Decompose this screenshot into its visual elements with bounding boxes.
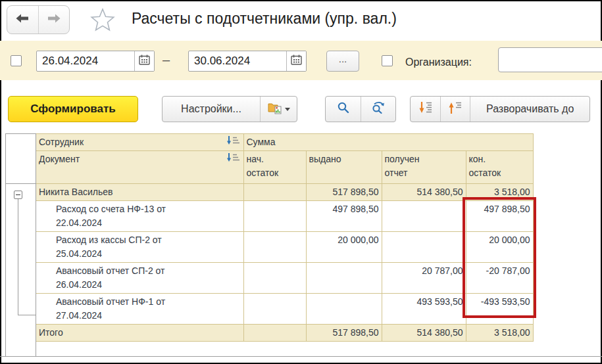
expand-all-icon	[418, 101, 433, 117]
table-row: Расход со счета НФ-13 от 22.04.2024 497 …	[36, 201, 533, 232]
organization-input[interactable]	[498, 47, 602, 72]
header-report-received: получен отчет	[382, 151, 466, 184]
cell-begin-balance[interactable]	[243, 201, 306, 232]
collapse-group-button[interactable]	[14, 191, 22, 199]
settings-group: Настройки...	[162, 96, 297, 122]
report-bottom-divider	[0, 356, 602, 357]
dropdown-caret-icon	[285, 108, 290, 111]
header-sum-group: Сумма	[243, 134, 533, 151]
cell-end-balance[interactable]: 3 518,00	[466, 325, 533, 342]
cell-report-received[interactable]: 493 593,50	[382, 294, 466, 325]
cell-report-received[interactable]: 514 380,50	[382, 325, 466, 342]
grouping-gutter	[5, 133, 36, 357]
calendar-icon	[291, 55, 302, 68]
report-variants-button[interactable]	[260, 97, 297, 122]
date-to-input[interactable]	[189, 51, 286, 71]
table-header-row-1: Сотрудник Сумма	[36, 134, 533, 151]
search-group	[325, 96, 396, 122]
cell-end-balance[interactable]: -20 787,00	[466, 263, 533, 294]
folder-report-icon	[268, 101, 282, 117]
organization-checkbox[interactable]	[382, 55, 393, 66]
search-button[interactable]	[326, 97, 361, 122]
cell-document[interactable]: Авансовый отчет СП-2 от 26.04.2024	[36, 263, 243, 294]
cell-begin-balance[interactable]	[243, 294, 306, 325]
cell-report-received[interactable]	[382, 201, 466, 232]
date-to-field	[188, 51, 307, 72]
cell-issued[interactable]	[306, 263, 382, 294]
header-issued: выдано	[306, 151, 382, 184]
table-header-row-2: Документ нач. остаток выдано получен отч…	[36, 151, 533, 184]
history-nav	[7, 5, 70, 34]
header-begin-balance: нач. остаток	[243, 151, 306, 184]
expand-group: Разворачивать до	[410, 96, 590, 122]
collapse-all-button[interactable]	[440, 97, 470, 122]
date-from-field	[36, 51, 155, 72]
table-row: Авансовый отчет НФ-1 от 27.04.2024 493 5…	[36, 294, 533, 325]
cell-employee[interactable]: Никита Васильев	[36, 184, 243, 201]
arrow-left-icon	[14, 12, 30, 27]
cell-begin-balance[interactable]	[243, 232, 306, 263]
settings-button[interactable]: Настройки...	[163, 97, 260, 122]
date-from-input[interactable]	[37, 51, 134, 71]
date-from-calendar-button[interactable]	[134, 51, 154, 71]
period-more-button[interactable]: ...	[326, 51, 359, 72]
page-title: Расчеты с подотчетниками (упр. вал.)	[132, 10, 397, 28]
report-window: Расчеты с подотчетниками (упр. вал.) –	[0, 0, 602, 364]
cell-end-balance[interactable]: 497 898,50	[466, 201, 533, 232]
back-button[interactable]	[7, 6, 38, 34]
cell-issued[interactable]: 20 000,00	[306, 232, 382, 263]
cell-begin-balance[interactable]	[243, 184, 306, 201]
cell-begin-balance[interactable]	[243, 325, 306, 342]
cell-issued[interactable]	[306, 294, 382, 325]
search-next-button[interactable]	[361, 97, 395, 122]
search-icon	[337, 101, 350, 117]
date-range-separator: –	[163, 53, 170, 68]
table-row-total: Итого 517 898,50 514 380,50 3 518,00	[36, 325, 533, 342]
cell-report-received[interactable]: 20 787,00	[382, 263, 466, 294]
calendar-icon	[139, 55, 150, 68]
period-checkbox[interactable]	[11, 55, 22, 66]
gutter-divider	[6, 183, 36, 184]
cell-end-balance[interactable]: -493 593,50	[466, 294, 533, 325]
cell-report-received[interactable]	[382, 232, 466, 263]
table-row: Авансовый отчет СП-2 от 26.04.2024 20 78…	[36, 263, 533, 294]
header-document: Документ	[36, 151, 243, 184]
cell-issued[interactable]: 497 898,50	[306, 201, 382, 232]
sort-icon[interactable]	[226, 135, 241, 149]
cell-document[interactable]: Расход из кассы СП-2 от 25.04.2024	[36, 232, 243, 263]
search-next-icon	[371, 101, 386, 117]
favorite-star-icon[interactable]	[90, 8, 115, 33]
generate-button[interactable]: Сформировать	[8, 96, 138, 122]
cell-document[interactable]: Расход со счета НФ-13 от 22.04.2024	[36, 201, 243, 232]
table-row: Расход из кассы СП-2 от 25.04.2024 20 00…	[36, 232, 533, 263]
cell-report-received[interactable]: 514 380,50	[382, 184, 466, 201]
cell-total-label[interactable]: Итого	[36, 325, 243, 342]
cell-issued[interactable]: 517 898,50	[306, 184, 382, 201]
forward-button[interactable]	[38, 6, 70, 34]
date-to-calendar-button[interactable]	[286, 51, 306, 71]
tree-line-corner	[18, 315, 36, 315]
table-row-group: Никита Васильев 517 898,50 514 380,50 3 …	[36, 184, 533, 201]
filter-panel: – ... Организация:	[0, 41, 602, 80]
cell-document[interactable]: Авансовый отчет НФ-1 от 27.04.2024	[36, 294, 243, 325]
collapse-all-icon	[448, 101, 463, 117]
expand-to-button[interactable]: Разворачивать до	[470, 97, 589, 122]
expand-all-button[interactable]	[411, 97, 440, 122]
header-end-balance: кон. остаток	[466, 151, 533, 184]
cell-begin-balance[interactable]	[243, 263, 306, 294]
arrow-right-icon	[46, 12, 62, 27]
organization-label: Организация:	[405, 57, 472, 68]
cell-issued[interactable]: 517 898,50	[306, 325, 382, 342]
header-employee: Сотрудник	[36, 134, 243, 151]
cell-end-balance[interactable]: 3 518,00	[466, 184, 533, 201]
report-table: Сотрудник Сумма Документ	[36, 133, 534, 342]
sort-icon[interactable]	[226, 152, 241, 166]
tree-line-vertical	[18, 199, 18, 315]
cell-end-balance[interactable]: 20 000,00	[466, 232, 533, 263]
